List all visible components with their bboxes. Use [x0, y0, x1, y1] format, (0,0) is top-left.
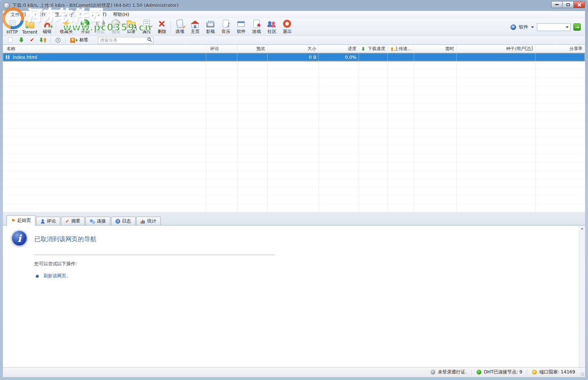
- resize-grip[interactable]: [581, 372, 584, 376]
- info-icon: i: [115, 219, 120, 224]
- chevron-down-icon[interactable]: [531, 26, 534, 28]
- magnet-icon: +: [42, 19, 53, 28]
- task-comment-cell: [206, 53, 237, 61]
- new-task-button[interactable]: [6, 37, 15, 44]
- column-header-preview[interactable]: 预览: [237, 45, 268, 53]
- homepage-button[interactable]: 主页: [187, 18, 203, 35]
- task-list: 名称 评论 预览 大小 进度 下载速度 上传速... 需时 种子/用户[总] 分…: [3, 45, 585, 212]
- title-bar: 下载:0 kB/s, 上传:0 kB/s - BitComet(比特彗星) (6…: [0, 0, 588, 11]
- music-button[interactable]: ♪ 音乐: [218, 18, 233, 35]
- grid-column-line: [359, 61, 359, 212]
- tab-start-page[interactable]: ⚑ 起始页: [7, 215, 35, 225]
- torrent-task-button[interactable]: + Torrent: [20, 18, 40, 35]
- stop-button[interactable]: ■ 停止: [93, 18, 108, 35]
- dht-ok-icon: [477, 370, 481, 375]
- magnet-link-button[interactable]: + 磁链: [39, 18, 55, 35]
- web-search-combobox[interactable]: [537, 23, 570, 31]
- green-down-arrow-icon: [361, 47, 365, 51]
- tag-filter-button[interactable]: T 标签: [69, 37, 90, 43]
- green-down-arrow-icon: [39, 37, 43, 43]
- menu-view[interactable]: 查看(V): [29, 11, 51, 19]
- stop-icon: ■: [95, 19, 106, 28]
- menu-help[interactable]: 帮助(H): [110, 11, 133, 19]
- search-icon[interactable]: [147, 37, 152, 42]
- properties-button[interactable]: ✔ 属性: [139, 18, 154, 35]
- options-icon: ✔: [174, 19, 185, 28]
- main-toolbar: + HTTP + Torrent + 磁链 ★ 收藏夹 ▶ 开始 ■: [3, 18, 585, 36]
- favorites-button[interactable]: ★ 收藏夹: [57, 18, 75, 35]
- filter-all-transfers-button[interactable]: [39, 37, 47, 44]
- filter-downloading-button[interactable]: [17, 37, 26, 44]
- preview-button[interactable]: ▶ 预览: [108, 18, 123, 35]
- task-seeds-cell: [457, 53, 535, 61]
- task-search-input[interactable]: [98, 37, 153, 44]
- close-button[interactable]: [574, 1, 585, 8]
- bitcomet-app-icon: [4, 3, 10, 9]
- new-page-icon: [8, 37, 12, 43]
- exit-button[interactable]: 退出: [279, 18, 295, 35]
- options-button[interactable]: ✔ 选项: [172, 18, 187, 35]
- orange-up-arrow-icon: [390, 47, 394, 51]
- tab-statistics[interactable]: 统计: [136, 217, 161, 225]
- tab-connections[interactable]: 连接: [85, 217, 110, 225]
- movies-button[interactable]: 影视: [203, 18, 218, 35]
- bitcomet-window: 下载:0 kB/s, 上传:0 kB/s - BitComet(比特彗星) (6…: [0, 0, 588, 380]
- community-button[interactable]: 社区: [264, 18, 279, 35]
- app-window-icon: [236, 19, 247, 28]
- task-list-header: 名称 评论 预览 大小 进度 下载速度 上传速... 需时 种子/用户[总] 分…: [3, 45, 585, 53]
- passport-status: 未登录通行证.: [426, 369, 471, 375]
- person-icon: [41, 219, 45, 224]
- dht-status: DHT已连接节点: 9: [472, 369, 527, 375]
- info-circle-icon: i: [11, 230, 28, 247]
- delete-button[interactable]: 删除: [154, 18, 169, 35]
- grid-column-line: [414, 61, 414, 212]
- task-up-speed-cell: [388, 53, 414, 61]
- music-note-icon: ♪: [220, 19, 231, 28]
- refresh-page-link[interactable]: 刷新该网页。: [43, 273, 71, 279]
- start-page-panel: i 已取消到该网页的导航 您可以尝试以下操作: 刷新该网页。: [3, 225, 585, 367]
- http-task-button[interactable]: + HTTP: [4, 18, 20, 35]
- flag-icon: ⚑: [11, 218, 16, 223]
- column-header-size[interactable]: 大小: [268, 45, 319, 53]
- task-row-selected[interactable]: index.html 0 B 0.0%: [3, 53, 585, 61]
- task-name-cell: index.html: [3, 53, 206, 61]
- restore-button[interactable]: [562, 1, 574, 8]
- task-progress-cell: 0.0%: [319, 53, 359, 61]
- filter-finished-button[interactable]: ✔: [28, 37, 37, 44]
- minimize-icon: [555, 4, 559, 5]
- tab-log[interactable]: i 日志: [111, 217, 135, 225]
- people-icon: [266, 19, 277, 28]
- menu-file[interactable]: 文件(F): [7, 11, 29, 19]
- search-go-button[interactable]: →: [573, 23, 581, 31]
- scroll-up-icon: [581, 228, 584, 229]
- software-button[interactable]: 软件: [233, 18, 249, 35]
- column-header-seeds[interactable]: 种子/用户[总]: [457, 45, 535, 53]
- column-header-dl-speed[interactable]: 下载速度: [359, 45, 388, 53]
- scheduler-button[interactable]: [54, 37, 62, 44]
- menu-tools[interactable]: 工具(T): [88, 11, 110, 19]
- task-preview-cell: [237, 53, 268, 61]
- column-header-progress[interactable]: 进度: [319, 45, 359, 53]
- open-directory-button[interactable]: 目录: [123, 18, 139, 35]
- green-down-arrow-icon: [19, 37, 24, 43]
- orange-up-arrow-icon: [43, 37, 47, 43]
- task-search-box: [98, 36, 153, 44]
- tab-comments[interactable]: 评论: [36, 217, 60, 225]
- search-category-selector[interactable]: 软件: [519, 24, 528, 30]
- column-header-comment[interactable]: 评论: [206, 45, 237, 53]
- column-header-share-ratio[interactable]: 分享率: [535, 45, 585, 53]
- minimize-button[interactable]: [551, 1, 562, 8]
- panel-scrollbar[interactable]: [579, 225, 585, 367]
- column-header-name[interactable]: 名称: [3, 45, 206, 53]
- start-button[interactable]: ▶ 开始: [77, 18, 93, 35]
- games-button[interactable]: ♠ 游戏: [249, 18, 264, 35]
- scroll-up-button[interactable]: [579, 225, 585, 232]
- menu-passport[interactable]: 彗星通行证(C): [51, 11, 88, 19]
- chevron-down-icon[interactable]: [566, 26, 569, 28]
- column-header-up-speed[interactable]: 上传速...: [388, 45, 414, 53]
- menu-bar: 文件(F) 查看(V) 彗星通行证(C) 工具(T) 帮助(H): [3, 11, 585, 18]
- column-header-eta[interactable]: 需时: [414, 45, 457, 53]
- web-search-globe-icon: [511, 24, 516, 30]
- tag-arrow-icon: [76, 39, 78, 42]
- tab-summary[interactable]: ✔ 摘要: [61, 217, 85, 225]
